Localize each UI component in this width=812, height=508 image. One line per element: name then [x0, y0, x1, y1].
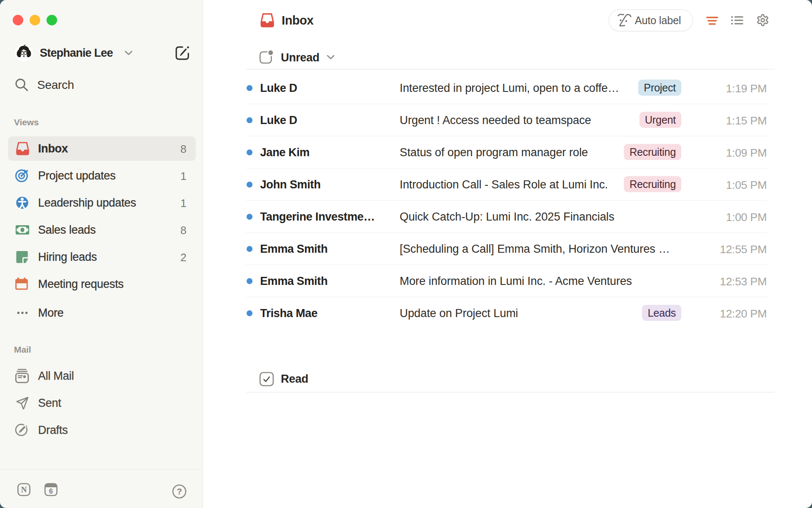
- svg-text:N: N: [21, 485, 27, 494]
- svg-text:6: 6: [49, 488, 53, 495]
- svg-text:?: ?: [177, 487, 182, 496]
